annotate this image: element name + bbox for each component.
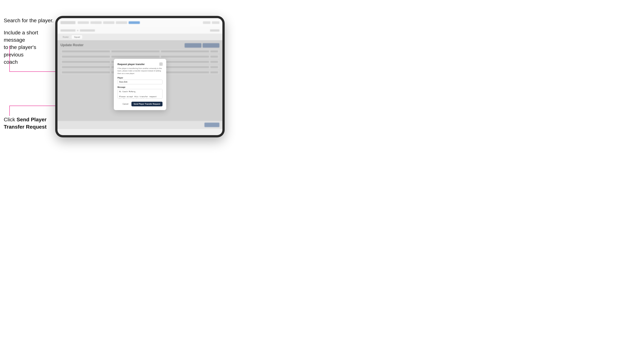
app-logo	[60, 21, 76, 24]
nav-right-1	[203, 21, 210, 24]
tab-roster: Roster	[60, 35, 71, 39]
modal-title: Request player transfer	[118, 63, 145, 66]
modal-footer: Cancel Send Player Transfer Request	[118, 102, 162, 106]
annotation-arrow-1-vertical	[9, 46, 10, 71]
nav-item-4	[116, 21, 127, 24]
nav-item-1	[78, 21, 89, 24]
tablet-screen: Roster Squad Update Roster	[58, 18, 222, 135]
cancel-button[interactable]: Cancel	[121, 102, 130, 106]
send-player-transfer-request-button[interactable]: Send Player Transfer Request	[132, 102, 162, 106]
request-transfer-modal: Request player transfer ✕ If the player …	[114, 59, 166, 110]
breadcrumb-sep	[77, 30, 78, 31]
nav-item-3	[103, 21, 114, 24]
annotation-click-text: Click Send Player Transfer Request	[4, 116, 52, 131]
app-nav	[78, 21, 201, 24]
breadcrumb-2	[80, 29, 95, 32]
nav-right-2	[212, 21, 220, 24]
tab-bar: Roster Squad	[58, 34, 222, 40]
annotation-message-text: Include a short messageto the player's p…	[4, 29, 52, 66]
sub-header-action	[210, 29, 220, 32]
annotation-search-text: Search for the player.	[4, 17, 54, 24]
tablet-device: Roster Squad Update Roster	[55, 16, 225, 137]
bottom-action-btn	[204, 123, 220, 127]
nav-item-5-active	[128, 21, 140, 24]
tab-squad: Squad	[72, 35, 82, 39]
app-nav-right	[203, 21, 220, 24]
player-input[interactable]	[118, 80, 162, 84]
modal-header: Request player transfer ✕	[118, 63, 162, 66]
sub-header	[58, 27, 222, 34]
app-header	[58, 18, 222, 27]
modal-description: If the player is transferring from anoth…	[118, 67, 162, 75]
main-content: Update Roster	[58, 40, 222, 129]
message-label: Message	[118, 86, 162, 88]
breadcrumb-1	[60, 29, 76, 32]
message-textarea[interactable]: Hi Coach McHarg, Please accept this tran…	[118, 89, 162, 99]
nav-item-2	[90, 21, 102, 24]
modal-overlay: Request player transfer ✕ If the player …	[58, 40, 222, 129]
modal-close-button[interactable]: ✕	[160, 63, 162, 66]
player-label: Player	[118, 77, 162, 79]
bottom-bar	[58, 121, 222, 129]
annotation-arrow-2-start-vertical	[9, 106, 10, 116]
